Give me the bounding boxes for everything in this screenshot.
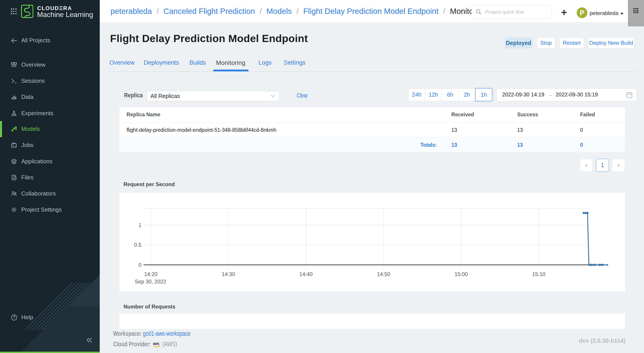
svg-text:15:00: 15:00 (454, 271, 468, 277)
svg-text:0.5: 0.5 (134, 242, 141, 248)
svg-text:1: 1 (138, 222, 141, 228)
svg-text:14:50: 14:50 (377, 271, 390, 277)
svg-text:14:20: 14:20 (144, 271, 157, 277)
svg-text:0: 0 (138, 262, 141, 268)
svg-text:14:40: 14:40 (299, 271, 312, 277)
svg-text:Sep 30, 2022: Sep 30, 2022 (134, 278, 166, 284)
svg-text:aws: aws (153, 341, 159, 346)
svg-text:14:30: 14:30 (222, 271, 235, 277)
svg-text:15:10: 15:10 (532, 271, 545, 277)
